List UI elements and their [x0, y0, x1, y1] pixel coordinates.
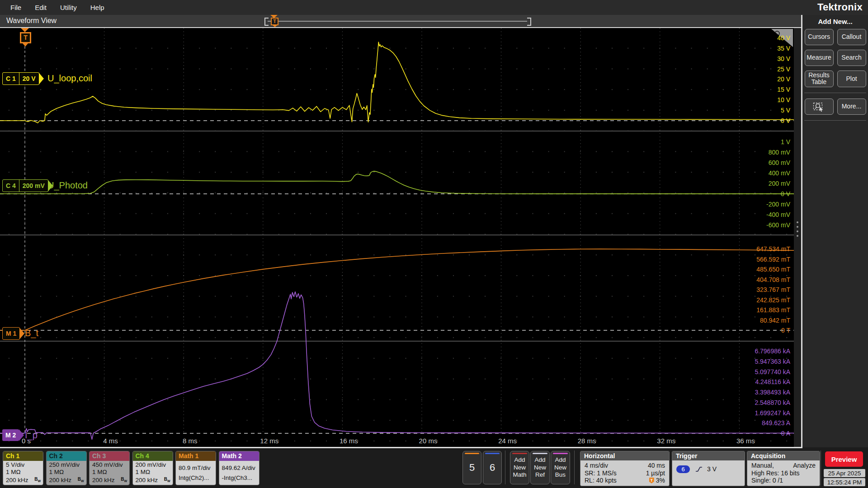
channel-badge-ch4[interactable]: Ch 4200 mV/div1 MΩ200 kHzBW [132, 451, 173, 485]
add-new-bus-button[interactable]: AddNewBus [551, 451, 570, 484]
channel-badge-row: 200 kHz [49, 477, 72, 483]
axis-tick-label: 4.248116 kA [755, 378, 790, 385]
axis-tick-label: 15 V [777, 86, 790, 93]
channel-flag-id: M 1 [3, 328, 19, 339]
trigger-flag-icon[interactable]: T [20, 32, 31, 43]
trigger-panel[interactable]: Trigger 6 3 V [672, 451, 745, 486]
splitter-grip-dot [797, 235, 798, 237]
right-sidebar: Add New... CursorsCalloutMeasureSearchRe… [802, 15, 868, 447]
add-new-button-grid: CursorsCalloutMeasureSearchResults Table… [802, 29, 868, 87]
axis-tick-label: 1.699247 kA [755, 409, 790, 417]
menu-item-file[interactable]: File [4, 4, 28, 11]
axis-tick-label: 2.548870 kA [755, 399, 790, 406]
axis-tick-label: 242.825 mT [756, 296, 790, 304]
add-new-results-table-button[interactable]: Results Table [805, 70, 834, 87]
axis-tick-label: 200 mV [769, 180, 790, 187]
channel-badge-math2[interactable]: Math 2849.62 A/div-Intg(Ch3... [219, 451, 259, 485]
zoom-selection-tool-button[interactable] [805, 99, 834, 115]
bottombar-separator [821, 450, 821, 486]
trigger-position-marker[interactable]: T [271, 18, 278, 25]
record-overview-right-bracket [527, 18, 531, 26]
channel-flag-m1[interactable]: M 1 [2, 327, 20, 340]
menu-item-edit[interactable]: Edit [28, 4, 53, 11]
trigger-flag-triangle-icon [21, 28, 29, 32]
menu-item-help[interactable]: Help [84, 4, 111, 11]
scope-button-5[interactable]: 5 [462, 451, 481, 484]
acquisition-panel-title: Acquisition [747, 451, 820, 460]
channel-badge-title: Math 1 [176, 451, 216, 461]
channel-flag-scale: 200 mV [19, 180, 48, 192]
axis-tick-label: 0 V [781, 190, 790, 197]
channel-flag-tip [39, 73, 44, 84]
channel-badge-row: 1 MΩ [49, 469, 64, 475]
axis-tick-label: 0 A [781, 430, 790, 437]
acquisition-resolution: High Res: 16 bits [751, 469, 800, 477]
waveform-plot[interactable]: T 40 V35 V30 V25 V20 V15 V10 V5 V0 V1 V8… [0, 28, 794, 447]
channel-flag-id: C 1 [3, 73, 19, 84]
axis-tick-label: 10 V [777, 96, 790, 103]
channel-badge-row: 200 kHz [136, 477, 158, 483]
channel-badge-row: Intg(Ch2)... [179, 474, 209, 481]
add-button-label: AddNewMath [513, 456, 526, 479]
time-axis-label: 32 ms [657, 437, 675, 445]
channel-badge-math1[interactable]: Math 180.9 mT/divIntg(Ch2)... [175, 451, 216, 485]
channel-badge-title: Ch 2 [47, 451, 86, 461]
time-display: 12:55:24 PM [824, 478, 865, 486]
menu-item-utility[interactable]: Utility [53, 4, 84, 11]
splitter-grip-dot [797, 226, 798, 228]
axis-tick-label: 5 V [781, 107, 790, 114]
menu-items: FileEditUtilityHelp [4, 0, 111, 15]
trace-name-label[interactable]: I_p [25, 430, 38, 441]
add-new-ref-button[interactable]: AddNewRef [530, 451, 550, 484]
sidebar-separator [804, 93, 866, 93]
channel-badge-ch3[interactable]: Ch 3450 mV/div1 MΩ200 kHzBW [89, 451, 130, 485]
channel-badge-body: 5 V/div1 MΩ200 kHzBW [3, 461, 43, 485]
channel-flag-c4[interactable]: C 4200 mV [2, 179, 48, 192]
channel-badge-body: 80.9 mT/divIntg(Ch2)... [176, 461, 216, 485]
trace-name-label[interactable]: B_t [25, 328, 38, 338]
more-button[interactable]: More... [837, 99, 866, 115]
bandwidth-limit-icon: BW [164, 476, 170, 484]
trace-name-label[interactable]: U_loop,coil [47, 73, 92, 84]
add-new-measure-button[interactable]: Measure [805, 50, 834, 66]
bandwidth-limit-icon: BW [78, 476, 84, 484]
axis-tick-label: 5.097740 kA [755, 368, 790, 375]
plot-sidebar-splitter[interactable] [794, 28, 801, 447]
acquisition-panel[interactable]: Acquisition Manual,Analyze High Res: 16 … [747, 451, 820, 486]
menu-bar: FileEditUtilityHelp Tektronix [0, 0, 868, 15]
channel-flag-scale: 20 V [19, 73, 39, 84]
channel-badge-ch1[interactable]: Ch 15 V/div1 MΩ200 kHzBW [3, 451, 43, 485]
add-new-cursors-button[interactable]: Cursors [805, 29, 834, 45]
add-new-search-button[interactable]: Search [837, 50, 866, 66]
add-button-label: AddNewBus [554, 456, 566, 479]
channel-flag-tip [19, 328, 24, 339]
time-axis-label: 12 ms [260, 437, 278, 445]
bandwidth-limit-icon: BW [121, 476, 127, 484]
trigger-position-marker-stem [273, 25, 277, 27]
add-new-math-button[interactable]: AddNewMath [510, 451, 529, 484]
preview-button[interactable]: Preview [825, 451, 863, 467]
add-new-callout-button[interactable]: Callout [837, 29, 866, 45]
splitter-grip-dot [797, 230, 798, 232]
scope-button-6[interactable]: 6 [483, 451, 502, 484]
channel-badge-ch2[interactable]: Ch 2250 mV/div1 MΩ200 kHzBW [46, 451, 87, 485]
axis-tick-label: 485.650 mT [756, 266, 790, 273]
axis-tick-label: 323.767 mT [756, 286, 790, 293]
axis-tick-label: -600 mV [766, 221, 790, 229]
axis-tick-label: 0 T [781, 327, 790, 334]
horizontal-panel[interactable]: Horizontal 4 ms/div40 ms SR: 1 MS/s1 µs/… [580, 451, 670, 486]
date-display: 25 Apr 2025 [824, 469, 865, 477]
channel-flag-m2[interactable]: M 2 [2, 429, 19, 441]
time-axis-label: 36 ms [736, 437, 755, 445]
trace-u-loop-coil [0, 42, 794, 123]
waveform-view-title: Waveform View [6, 17, 57, 25]
trace-name-label[interactable]: U_Photod [47, 180, 88, 191]
channel-flag-c1[interactable]: C 120 V [2, 72, 39, 85]
acquisition-panel-body: Manual,Analyze High Res: 16 bits Single:… [747, 460, 820, 486]
axis-tick-label: 3.398493 kA [755, 389, 790, 396]
axis-tick-label: 400 mV [769, 169, 790, 177]
channel-badge-title: Ch 4 [133, 451, 173, 461]
add-new-header: Add New... [802, 15, 868, 29]
add-new-plot-button[interactable]: Plot [837, 70, 866, 87]
axis-tick-label: 647.534 mT [756, 245, 790, 253]
